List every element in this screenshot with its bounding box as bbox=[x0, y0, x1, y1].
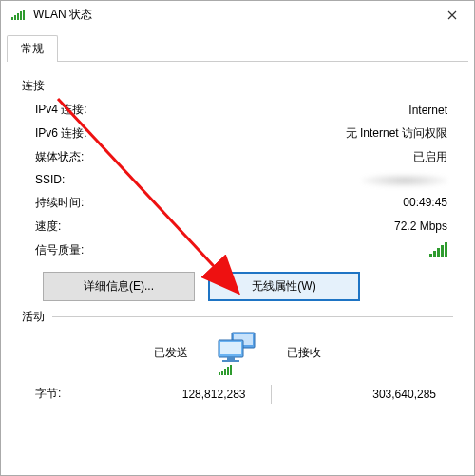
group-connection: 连接 IPv4 连接: Internet IPv6 连接: 无 Internet… bbox=[22, 78, 453, 301]
label-ipv6: IPv6 连接: bbox=[35, 125, 149, 142]
window-title: WLAN 状态 bbox=[29, 7, 430, 23]
divider bbox=[52, 316, 453, 317]
label-speed: 速度: bbox=[35, 219, 149, 235]
row-signal: 信号质量: bbox=[35, 242, 453, 258]
wireless-properties-button[interactable]: 无线属性(W) bbox=[208, 272, 360, 301]
svg-rect-4 bbox=[227, 357, 235, 360]
content-area: 连接 IPv4 连接: Internet IPv6 连接: 无 Internet… bbox=[1, 61, 474, 475]
row-ipv4: IPv4 连接: Internet bbox=[35, 102, 453, 118]
value-speed: 72.2 Mbps bbox=[149, 219, 453, 233]
row-duration: 持续时间: 00:49:45 bbox=[35, 195, 453, 211]
label-duration: 持续时间: bbox=[35, 195, 149, 211]
label-bytes: 字节: bbox=[35, 386, 102, 402]
label-signal: 信号质量: bbox=[35, 242, 149, 258]
label-ssid: SSID: bbox=[35, 173, 149, 186]
value-ipv4: Internet bbox=[149, 104, 453, 117]
network-icon bbox=[207, 331, 268, 375]
row-ssid: SSID: bbox=[35, 173, 453, 187]
close-button[interactable] bbox=[430, 1, 474, 29]
label-received: 已接收 bbox=[268, 345, 440, 361]
group-title-connection: 连接 bbox=[22, 78, 52, 94]
value-signal bbox=[149, 242, 453, 257]
tab-general[interactable]: 常规 bbox=[7, 35, 58, 62]
details-button[interactable]: 详细信息(E)... bbox=[43, 272, 195, 301]
value-duration: 00:49:45 bbox=[149, 196, 453, 209]
value-ssid bbox=[149, 173, 453, 187]
svg-rect-3 bbox=[220, 342, 241, 354]
activity-header: 已发送 已接收 bbox=[35, 331, 440, 375]
close-icon bbox=[447, 10, 457, 20]
label-sent: 已发送 bbox=[35, 345, 207, 361]
group-activity: 活动 已发送 bbox=[22, 309, 453, 404]
wlan-status-window: WLAN 状态 常规 连接 IPv4 连接: Internet IPv6 连接:… bbox=[0, 0, 475, 476]
signal-bars-icon bbox=[429, 242, 447, 257]
signal-icon bbox=[7, 10, 29, 20]
value-media: 已启用 bbox=[149, 149, 453, 165]
group-title-activity: 活动 bbox=[22, 309, 52, 325]
row-ipv6: IPv6 连接: 无 Internet 访问权限 bbox=[35, 125, 453, 142]
label-ipv4: IPv4 连接: bbox=[35, 102, 149, 118]
signal-bars-icon bbox=[218, 365, 232, 375]
row-bytes: 字节: 128,812,283 303,640,285 bbox=[35, 385, 440, 404]
ssid-blur bbox=[362, 174, 447, 187]
row-speed: 速度: 72.2 Mbps bbox=[35, 219, 453, 235]
value-bytes-recv: 303,640,285 bbox=[272, 388, 441, 401]
tabstrip: 常规 bbox=[7, 33, 468, 62]
value-bytes-sent: 128,812,283 bbox=[102, 388, 271, 401]
svg-rect-5 bbox=[222, 360, 239, 362]
label-media: 媒体状态: bbox=[35, 149, 149, 165]
button-row: 详细信息(E)... 无线属性(W) bbox=[43, 272, 453, 301]
row-media: 媒体状态: 已启用 bbox=[35, 149, 453, 165]
divider bbox=[52, 86, 453, 86]
value-ipv6: 无 Internet 访问权限 bbox=[149, 125, 453, 142]
titlebar: WLAN 状态 bbox=[1, 1, 474, 29]
